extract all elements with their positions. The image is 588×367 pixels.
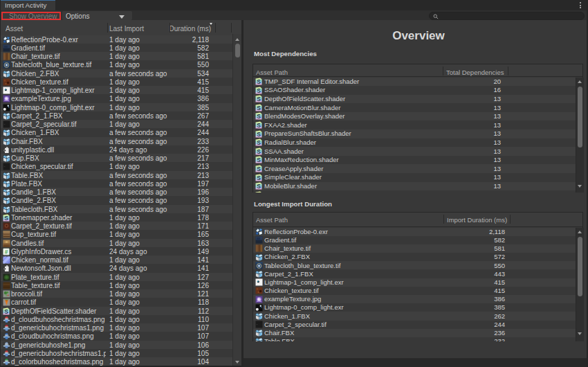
svg-text:S: S — [257, 87, 261, 93]
svg-text:S: S — [257, 183, 261, 190]
svg-text:S: S — [257, 130, 261, 137]
svg-text:S: S — [257, 174, 261, 181]
svg-text:S: S — [257, 147, 261, 154]
svg-text:S: S — [257, 139, 261, 146]
svg-text:#: # — [5, 248, 8, 255]
svg-text:S: S — [4, 214, 8, 221]
svg-text:S: S — [257, 191, 261, 193]
svg-text:S: S — [257, 104, 261, 111]
svg-text:S: S — [257, 78, 261, 85]
svg-text:S: S — [257, 165, 261, 172]
svg-text:S: S — [4, 307, 8, 314]
svg-text:S: S — [257, 156, 261, 163]
svg-text:S: S — [257, 122, 261, 129]
svg-text:S: S — [257, 113, 261, 120]
svg-text:S: S — [257, 96, 261, 102]
